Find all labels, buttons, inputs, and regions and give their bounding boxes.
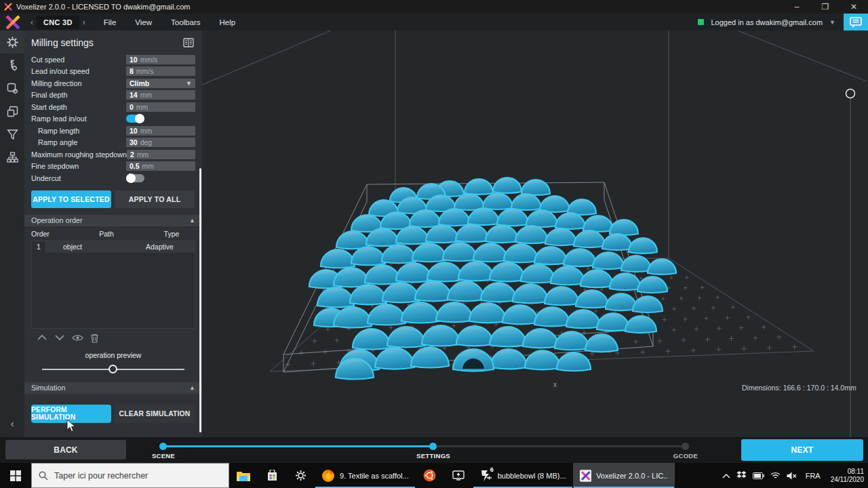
lead-speed-input[interactable]: 8mm/s bbox=[126, 66, 195, 76]
sidebar-item-hierarchy[interactable] bbox=[0, 146, 24, 169]
taskbar-search-input[interactable]: Taper ici pour rechercher bbox=[31, 463, 229, 488]
taskbar-app-bubblebowl[interactable]: 6 bubblebowl (8 MB)... bbox=[473, 463, 573, 488]
step-gcode-dot[interactable] bbox=[682, 443, 689, 450]
move-down-button[interactable] bbox=[54, 333, 65, 342]
workspace-selector[interactable]: CNC 3D bbox=[37, 16, 79, 29]
taskbar-clock[interactable]: 08:11 24/11/2020 bbox=[829, 468, 864, 484]
dome bbox=[490, 327, 526, 346]
chevron-up-icon: ▲ bbox=[189, 384, 195, 391]
voxelizer-logo-icon bbox=[4, 3, 12, 11]
3d-viewport[interactable]: x Dimensions: 166.6 : 170.0 : 14.0mm bbox=[202, 30, 868, 437]
next-button[interactable]: NEXT bbox=[741, 439, 863, 461]
undercut-toggle[interactable] bbox=[126, 174, 144, 182]
menu-view[interactable]: View bbox=[125, 18, 161, 26]
dome bbox=[629, 238, 657, 253]
max-roughing-stepdown-input[interactable]: 2mm bbox=[127, 150, 195, 159]
dimensions-readout: Dimensions: 166.6 : 170.0 : 14.0mm bbox=[742, 384, 856, 392]
ramp-length-input[interactable]: 10mm bbox=[126, 126, 195, 136]
close-button[interactable]: ✕ bbox=[840, 0, 868, 14]
sidebar-item-layers[interactable] bbox=[0, 100, 24, 123]
dome bbox=[610, 273, 641, 290]
settings-button[interactable] bbox=[286, 463, 315, 488]
fine-stepdown-input[interactable]: 0.5mm bbox=[126, 161, 195, 171]
step-scene-dot[interactable] bbox=[159, 443, 167, 450]
dome bbox=[564, 249, 596, 266]
dome bbox=[422, 325, 460, 346]
cut-speed-input[interactable]: 10mm/s bbox=[126, 55, 195, 64]
slider-knob[interactable] bbox=[108, 365, 117, 373]
tray-expand-chevron-icon[interactable] bbox=[722, 473, 730, 479]
taskbar-app-ubuntu[interactable] bbox=[416, 463, 444, 488]
sidebar-item-settings[interactable] bbox=[0, 30, 24, 54]
account-label[interactable]: Logged in as dwakim@gmail.com bbox=[711, 18, 823, 26]
layers-icon bbox=[7, 106, 18, 117]
clear-simulation-button[interactable]: CLEAR SIMULATION bbox=[115, 405, 195, 423]
menu-help[interactable]: Help bbox=[210, 18, 245, 26]
apply-to-all-button[interactable]: APPLY TO ALL bbox=[115, 190, 195, 208]
panel-scrollbar[interactable] bbox=[199, 168, 201, 432]
delete-trash-button[interactable] bbox=[90, 333, 99, 343]
microsoft-store-button[interactable] bbox=[258, 463, 286, 488]
voxelizer-icon bbox=[580, 470, 592, 482]
dome bbox=[511, 194, 541, 210]
dome bbox=[515, 226, 548, 243]
language-indicator[interactable]: FRA bbox=[803, 472, 823, 480]
feedback-button[interactable] bbox=[844, 14, 868, 30]
system-tray: FRA 08:11 24/11/2020 bbox=[722, 463, 868, 488]
operation-order-header[interactable]: Operation order ▲ bbox=[24, 215, 202, 226]
menu-toolbars[interactable]: Toolbars bbox=[161, 18, 210, 26]
sidebar-item-milling-tool[interactable] bbox=[0, 54, 24, 77]
menu-file[interactable]: File bbox=[94, 18, 126, 26]
start-button[interactable] bbox=[0, 463, 31, 488]
taskbar-app-firefox[interactable]: 9. Textile as scaffol... bbox=[315, 463, 416, 488]
dome bbox=[353, 329, 391, 350]
chevron-down-icon[interactable]: ▼ bbox=[829, 19, 835, 26]
table-row[interactable]: 1 object Adaptive bbox=[32, 241, 195, 253]
sidebar-item-filter[interactable] bbox=[0, 123, 24, 146]
simulation-header[interactable]: Simulation ▲ bbox=[24, 382, 202, 394]
milling-direction-select[interactable]: Climb▼ bbox=[126, 79, 195, 88]
dome bbox=[648, 259, 676, 274]
tool-sidebar: ‹ bbox=[0, 30, 24, 437]
workspace-prev-icon[interactable]: ‹ bbox=[27, 18, 37, 27]
battery-icon[interactable] bbox=[753, 472, 764, 479]
dropbox-icon[interactable] bbox=[736, 471, 747, 481]
field-row: Lead in/out speed 8mm/s bbox=[24, 66, 202, 78]
milling-settings-panel: Milling settings Cut speed 10mm/s Lead i… bbox=[24, 30, 202, 437]
wifi-icon[interactable] bbox=[770, 472, 781, 479]
dome bbox=[493, 178, 521, 193]
volume-muted-icon[interactable] bbox=[787, 472, 797, 480]
dome bbox=[436, 302, 473, 322]
taskbar-app-voxelizer[interactable]: Voxelizer 2.0.0 - LIC... bbox=[573, 463, 675, 488]
file-explorer-button[interactable] bbox=[229, 463, 258, 488]
chevron-up-icon: ▲ bbox=[189, 217, 195, 224]
dome bbox=[350, 285, 387, 304]
apply-to-selected-button[interactable]: APPLY TO SELECTED bbox=[31, 190, 111, 208]
sidebar-item-object-settings[interactable] bbox=[0, 77, 24, 100]
dome bbox=[523, 329, 558, 348]
collapse-panel-button[interactable]: ‹ bbox=[0, 415, 24, 432]
visibility-eye-button[interactable] bbox=[72, 333, 83, 342]
presets-book-icon[interactable] bbox=[183, 38, 194, 47]
filter-icon bbox=[7, 129, 18, 140]
final-depth-input[interactable]: 14mm bbox=[126, 90, 195, 100]
ramp-angle-input[interactable]: 30deg bbox=[126, 138, 195, 147]
maximize-button[interactable]: ❐ bbox=[811, 0, 840, 14]
operation-preview-slider[interactable] bbox=[42, 361, 184, 378]
workspace-next-icon[interactable]: › bbox=[79, 18, 89, 27]
ramp-lead-toggle[interactable] bbox=[126, 115, 144, 123]
dome bbox=[490, 262, 525, 281]
taskbar-app-display[interactable] bbox=[444, 463, 473, 488]
operation-list: 1 object Adaptive bbox=[31, 241, 195, 329]
voxelizer-logo-icon bbox=[4, 16, 22, 29]
step-settings-dot[interactable] bbox=[429, 443, 437, 450]
folder-icon bbox=[237, 470, 250, 481]
back-button[interactable]: BACK bbox=[5, 440, 126, 460]
dome bbox=[401, 302, 439, 323]
dome bbox=[585, 334, 618, 352]
minimize-button[interactable]: – bbox=[783, 0, 811, 14]
dome bbox=[606, 293, 637, 310]
start-depth-input[interactable]: 0mm bbox=[126, 102, 195, 112]
move-up-button[interactable] bbox=[37, 333, 47, 342]
dome bbox=[545, 228, 576, 245]
